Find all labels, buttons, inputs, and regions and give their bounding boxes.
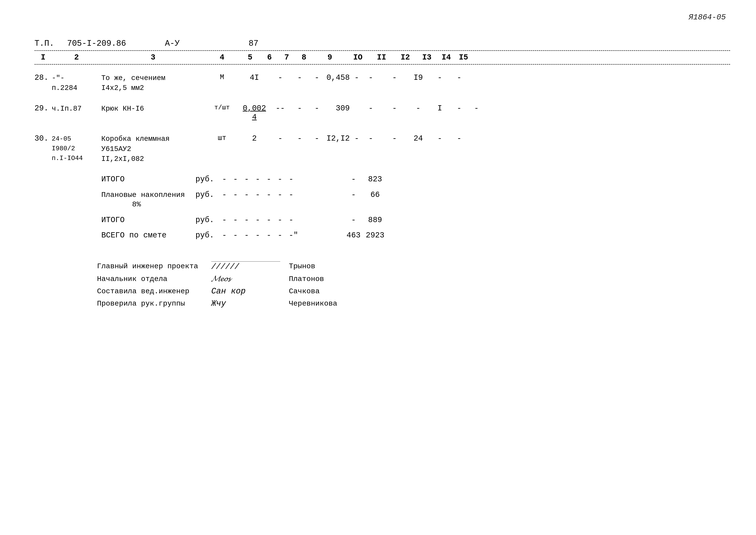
- table-row: 28. -"-п.2284 То же, сечениемI4x2,5 мм2 …: [35, 73, 730, 93]
- col-header-11: II: [369, 53, 394, 62]
- row-29-c11: -: [382, 104, 407, 113]
- col-header-12: I2: [394, 53, 416, 62]
- summary-label-itogo-1: ИТОГО: [101, 175, 188, 184]
- summary-dash-12-2: -: [343, 216, 364, 224]
- table-row: 30. 24-05I980/2п.I-IO44 Коробка клеммная…: [35, 134, 730, 164]
- row-28-c13: -: [429, 73, 450, 82]
- summary-dash-12-plan: -: [343, 190, 364, 199]
- summary-val-1: 823: [364, 175, 386, 184]
- row-28-c12: I9: [407, 73, 429, 82]
- row-28-unit: М: [205, 73, 239, 81]
- col-header-9: 9: [312, 53, 347, 62]
- summary-unit-plan: руб.: [188, 190, 222, 199]
- row-30-c7: -: [308, 134, 326, 143]
- row-28-c7: -: [308, 73, 326, 82]
- row-30-c12: 24: [407, 134, 429, 143]
- col-header-13: I3: [416, 53, 438, 62]
- footer-sig-4: Жчу: [211, 299, 280, 308]
- row-28-ref: -"-п.2284: [52, 73, 101, 93]
- row-28-desc: То же, сечениемI4x2,5 мм2: [101, 73, 205, 93]
- summary-dash-12-1: -: [343, 175, 364, 184]
- row-30-c6: -: [291, 134, 308, 143]
- tp-label: Т.П.: [35, 39, 54, 48]
- row-29-c13: I: [429, 104, 450, 113]
- summary-dashes-2: - - - - - - -: [222, 216, 343, 224]
- row-28-c8: 0,458 -: [326, 73, 360, 82]
- col-header-14: I4: [438, 53, 455, 62]
- footer-label-1: Главный инженер проекта: [97, 262, 209, 270]
- summary-dashes-vsego: - - - - - - -": [222, 231, 343, 240]
- row-30-c14: -: [450, 134, 468, 143]
- col-header-10: IO: [347, 53, 369, 62]
- summary-label-vsego: ВСЕГО по смете: [101, 231, 188, 240]
- footer-name-2: Платонов: [289, 275, 324, 283]
- col-header-2: 2: [52, 53, 101, 62]
- summary-vsego: ВСЕГО по смете руб. - - - - - - -" 463 2…: [35, 231, 730, 240]
- row-28-c4: 4I: [239, 73, 269, 82]
- summary-plan: Плановые накопления 8% руб. - - - - - - …: [35, 190, 730, 209]
- row-28-c11: -: [382, 73, 407, 82]
- summary-label-plan: Плановые накопления 8%: [101, 190, 188, 209]
- footer-label-4: Проверила рук.группы: [97, 299, 209, 308]
- footer-sig-1: //////: [211, 261, 280, 271]
- tp-number: 705-I-209.86: [67, 39, 126, 48]
- summary-val-vsego-12: 463: [343, 231, 364, 240]
- summary-unit-2: руб.: [188, 216, 222, 224]
- row-30-ref: 24-05I980/2п.I-IO44: [52, 134, 101, 163]
- table-row: 29. ч.Iп.87 Крюк КН-I6 т/шт 0,002 4 -- -…: [35, 104, 730, 123]
- row-29-num: 29.: [35, 104, 52, 113]
- row-29-c8: 309: [326, 104, 360, 113]
- ay-label: А-У: [165, 39, 179, 48]
- row-29-c15: -: [468, 104, 485, 113]
- summary-itogo-1: ИТОГО руб. - - - - - - - - 823: [35, 175, 730, 184]
- row-29-c6: -: [291, 104, 308, 113]
- summary-dashes-1: - - - - - - -: [222, 175, 343, 184]
- row-29-c4: 0,002 4: [239, 104, 269, 122]
- row-29-c7: -: [308, 104, 326, 113]
- row-29-c12: -: [407, 104, 429, 113]
- summary-unit-vsego: руб.: [188, 231, 222, 240]
- row-30-unit: шт: [205, 134, 239, 142]
- header-row: Т.П. 705-I-209.86 А-У 87: [35, 39, 730, 48]
- row-28-c10: -: [360, 73, 382, 82]
- summary-val-vsego-13: 2923: [364, 231, 386, 240]
- row-30-c11: -: [382, 134, 407, 143]
- doc-number: Я1864-05: [688, 13, 726, 22]
- summary-label-itogo-2: ИТОГО: [101, 216, 188, 224]
- col-header-5: 5: [239, 53, 261, 62]
- row-28-c14: -: [450, 73, 468, 82]
- footer-row-3: Составила вед.инженер Сан кор Сачкова: [97, 287, 730, 296]
- row-30-c5: -: [269, 134, 291, 143]
- footer-section: Главный инженер проекта ////// Трынов На…: [97, 261, 730, 308]
- col-header-8: 8: [295, 53, 312, 62]
- page-number: 87: [249, 39, 258, 48]
- summary-itogo-2: ИТОГО руб. - - - - - - - - 889: [35, 216, 730, 224]
- footer-row-2: Начальник отдела 𝓜𝓮𝓸𝓼 Платонов: [97, 274, 730, 284]
- row-28-c5: -: [269, 73, 291, 82]
- summary-dashes-plan: - - - - - - -: [222, 190, 343, 199]
- row-28-num: 28.: [35, 73, 52, 82]
- row-29-ref: ч.Iп.87: [52, 104, 101, 114]
- row-30-desc: Коробка клеммнаяУ615АУ2II,2xI,082: [101, 134, 205, 164]
- footer-sig-2: 𝓜𝓮𝓸𝓼: [211, 274, 280, 284]
- row-28-c6: -: [291, 73, 308, 82]
- col-header-3: 3: [101, 53, 205, 62]
- footer-sig-3: Сан кор: [211, 287, 280, 296]
- row-29-c14: -: [450, 104, 468, 113]
- row-30-c10: -: [360, 134, 382, 143]
- summary-unit-1: руб.: [188, 175, 222, 184]
- row-30-c13: -: [429, 134, 450, 143]
- footer-row-4: Проверила рук.группы Жчу Черевникова: [97, 299, 730, 308]
- row-29-unit: т/шт: [205, 104, 239, 111]
- row-30-c8: I2,I2 -: [326, 134, 360, 143]
- row-30-num: 30.: [35, 134, 52, 143]
- col-header-1: I: [35, 53, 52, 62]
- footer-name-3: Сачкова: [289, 287, 320, 296]
- footer-label-3: Составила вед.инженер: [97, 287, 209, 296]
- row-29-desc: Крюк КН-I6: [101, 104, 205, 114]
- row-30-c4: 2: [239, 134, 269, 143]
- col-header-7: 7: [278, 53, 295, 62]
- columns-header: I 2 3 4 5 6 7 8 9 IO II I2 I3 I4 I5: [35, 50, 730, 65]
- footer-label-2: Начальник отдела: [97, 275, 209, 283]
- col-header-6: 6: [261, 53, 278, 62]
